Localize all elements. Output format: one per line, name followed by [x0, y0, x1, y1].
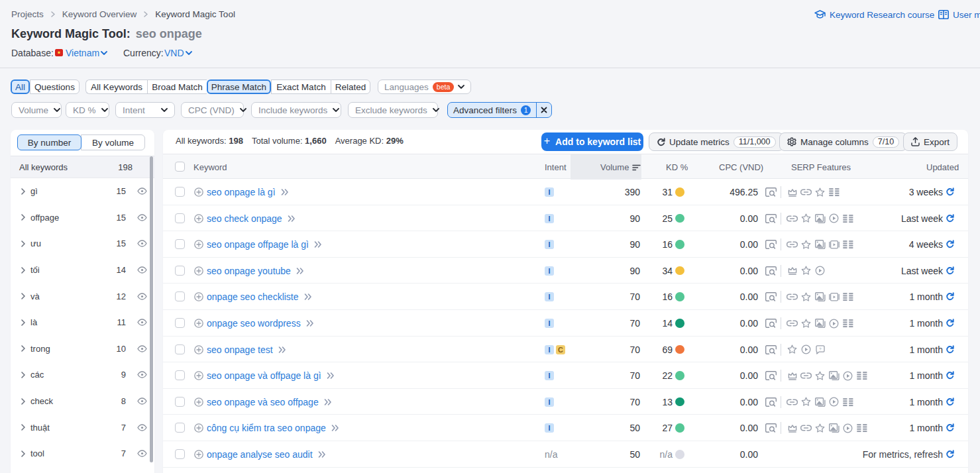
svg-text:?: ?	[819, 346, 822, 350]
